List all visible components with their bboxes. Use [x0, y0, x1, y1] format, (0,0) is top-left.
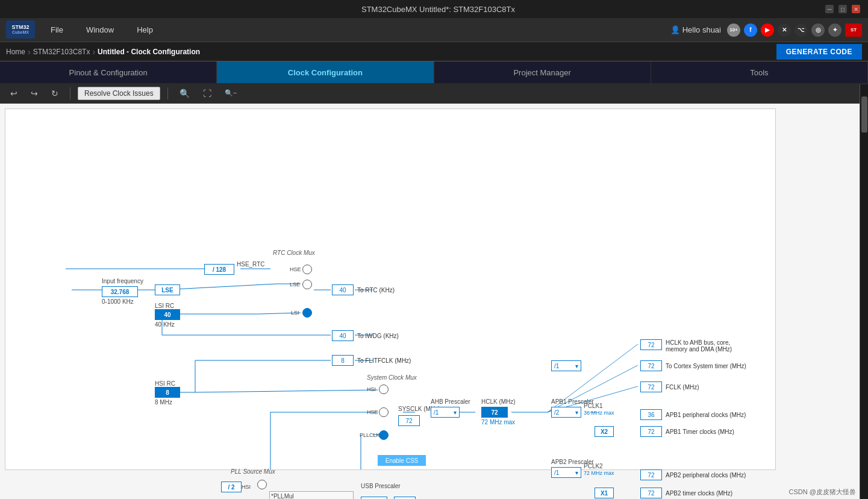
sys-hse-mux-label: HSE: [367, 409, 378, 415]
svg-line-16: [195, 390, 378, 392]
lsi-rc-value[interactable]: 40: [155, 309, 180, 320]
fclk-value[interactable]: 72: [640, 381, 662, 392]
redo-button[interactable]: ↪: [27, 86, 42, 101]
pclk2-max: 72 MHz max: [584, 470, 614, 476]
sys-hsi-mux-label: HSI: [367, 386, 376, 392]
apb1-div-dropdown[interactable]: /2 ▾: [551, 407, 581, 418]
input-freq-range: 0-1000 KHz: [102, 298, 134, 305]
github-icon[interactable]: ⌥: [795, 24, 808, 37]
tab-tools[interactable]: Tools: [651, 61, 868, 83]
scroll-thumb[interactable]: [861, 96, 867, 133]
usb-value[interactable]: 72: [394, 497, 416, 499]
hsi-rc-value[interactable]: 8: [155, 387, 180, 398]
apb2-timer-value[interactable]: 72: [640, 488, 662, 498]
menu-help[interactable]: Help: [134, 24, 155, 36]
logo-stm32: STM32: [11, 24, 29, 30]
generate-code-button[interactable]: GENERATE CODE: [776, 44, 862, 60]
hclk-value[interactable]: 72: [481, 407, 508, 418]
hclk-ahb-value[interactable]: 72: [640, 339, 662, 350]
enable-css-button[interactable]: Enable CSS: [378, 455, 426, 466]
flit-value[interactable]: 8: [332, 355, 354, 366]
app-logo: STM32 CubeMX: [6, 20, 36, 40]
menu-file[interactable]: File: [48, 24, 66, 36]
undo-button[interactable]: ↩: [6, 86, 22, 101]
input-freq-label: Input frequency: [102, 278, 143, 284]
menu-bar: STM32 CubeMX File Window Help 👤 Hello sh…: [0, 18, 868, 42]
youtube-icon[interactable]: ▶: [761, 24, 774, 37]
x1-box[interactable]: X1: [595, 488, 614, 498]
mux-hse-label: HSE: [290, 266, 301, 272]
scrollbar[interactable]: [860, 84, 868, 499]
pclk1-max: 36 MHz max: [584, 410, 614, 416]
mux-lse-circle[interactable]: [302, 280, 312, 289]
apb2-periph-value[interactable]: 72: [640, 469, 662, 480]
ahb-prescaler-label: AHB Prescaler: [431, 398, 470, 405]
pll-container: PLL *PLLMul 8 X9 ▾: [269, 491, 354, 499]
input-freq-value[interactable]: 32.768: [102, 286, 138, 297]
toolbar-separator2: [167, 87, 168, 99]
twitter-icon[interactable]: ✕: [778, 24, 791, 37]
mux-lsi-label: LSI: [291, 310, 299, 316]
window-controls[interactable]: ─ □ ✕: [825, 5, 865, 13]
breadcrumb-home[interactable]: Home: [6, 48, 25, 56]
menu-items: File Window Help: [48, 24, 670, 36]
rtc-value[interactable]: 40: [332, 284, 354, 295]
breadcrumb-current[interactable]: Untitled - Clock Configuration: [98, 48, 200, 56]
sys-pll-circle[interactable]: [379, 430, 389, 440]
menu-right: 👤 Hello shuai 10+ f ▶ ✕ ⌥ ◎ ✦ ST: [670, 24, 862, 37]
version-badge: 10+: [727, 24, 740, 37]
breadcrumb: Home › STM32F103C8Tx › Untitled - Clock …: [0, 42, 868, 61]
minimize-button[interactable]: ─: [825, 5, 834, 13]
st-icon[interactable]: ST: [845, 24, 862, 37]
main-content: Input frequency 32.768 0-1000 KHz LSE LS…: [0, 104, 868, 499]
rtc-clock-mux-label: RTC Clock Mux: [273, 250, 315, 256]
usb-prescaler-label: USB Prescaler: [361, 483, 401, 489]
maximize-button[interactable]: □: [838, 5, 847, 13]
apb1-timer-dest: APB1 Timer clocks (MHz): [666, 428, 734, 435]
iwdg-value[interactable]: 40: [332, 330, 354, 341]
apb2-div-dropdown[interactable]: /1 ▾: [551, 467, 581, 478]
resolve-clock-button[interactable]: Resolve Clock Issues: [78, 87, 160, 100]
ahb-div-dropdown[interactable]: /1 ▾: [431, 407, 460, 418]
mux-lsi-circle[interactable]: [302, 308, 312, 318]
window-title: STM32CubeMX Untitled*: STM32F103C8Tx: [51, 5, 825, 14]
zoom-out-button[interactable]: 🔍−: [220, 87, 241, 99]
sys-hsi-circle[interactable]: [379, 384, 389, 394]
zoom-in-button[interactable]: 🔍: [175, 86, 194, 101]
web-icon[interactable]: ◎: [811, 24, 825, 37]
apb1-timer-value[interactable]: 72: [640, 426, 662, 437]
star-icon[interactable]: ✦: [828, 24, 841, 37]
facebook-icon[interactable]: f: [744, 24, 757, 37]
logo-cubemx: CubeMX: [12, 30, 29, 34]
sysclk-value[interactable]: 72: [398, 415, 420, 426]
clock-diagram: Input frequency 32.768 0-1000 KHz LSE LS…: [5, 108, 776, 470]
div128-box[interactable]: / 128: [204, 264, 234, 275]
menu-window[interactable]: Window: [84, 24, 116, 36]
close-button[interactable]: ✕: [852, 5, 860, 13]
cortex-value[interactable]: 72: [640, 360, 662, 371]
cortex-div-dropdown[interactable]: /1 ▾: [551, 360, 581, 371]
fullscreen-button[interactable]: ⛶: [199, 86, 216, 101]
x2-box[interactable]: X2: [595, 426, 614, 437]
breadcrumb-device[interactable]: STM32F103C8Tx: [33, 48, 90, 56]
pclk2-label: PCLK2: [584, 463, 603, 469]
tab-clock[interactable]: Clock Configuration: [217, 61, 434, 83]
apb1-periph-dest: APB1 peripheral clocks (MHz): [666, 412, 746, 418]
pll-hsi-label: HSI: [242, 484, 251, 490]
mux-hse-circle[interactable]: [302, 265, 312, 274]
pll-source-mux-label: PLL Source Mux: [231, 468, 275, 475]
refresh-button[interactable]: ↻: [47, 86, 63, 101]
hclk-ahb-dest: HCLK to AHB bus, core, memory and DMA (M…: [666, 339, 750, 353]
pll-div2-box[interactable]: / 2: [221, 482, 242, 492]
lse-box[interactable]: LSE: [155, 284, 180, 295]
toolbar: ↩ ↪ ↻ Resolve Clock Issues 🔍 ⛶ 🔍−: [0, 83, 868, 104]
cortex-dest: To Cortex System timer (MHz): [666, 363, 746, 369]
tab-project[interactable]: Project Manager: [434, 61, 651, 83]
sys-clock-mux-label: System Clock Mux: [367, 374, 417, 381]
sys-hse-circle[interactable]: [379, 407, 389, 417]
tab-pinout[interactable]: Pinout & Configuration: [0, 61, 217, 83]
pll-hsi-circle[interactable]: [257, 480, 267, 489]
apb1-periph-value[interactable]: 36: [640, 409, 662, 420]
usb-div-dropdown[interactable]: /1 ▾: [361, 497, 387, 499]
hclk-max: 72 MHz max: [481, 419, 515, 425]
